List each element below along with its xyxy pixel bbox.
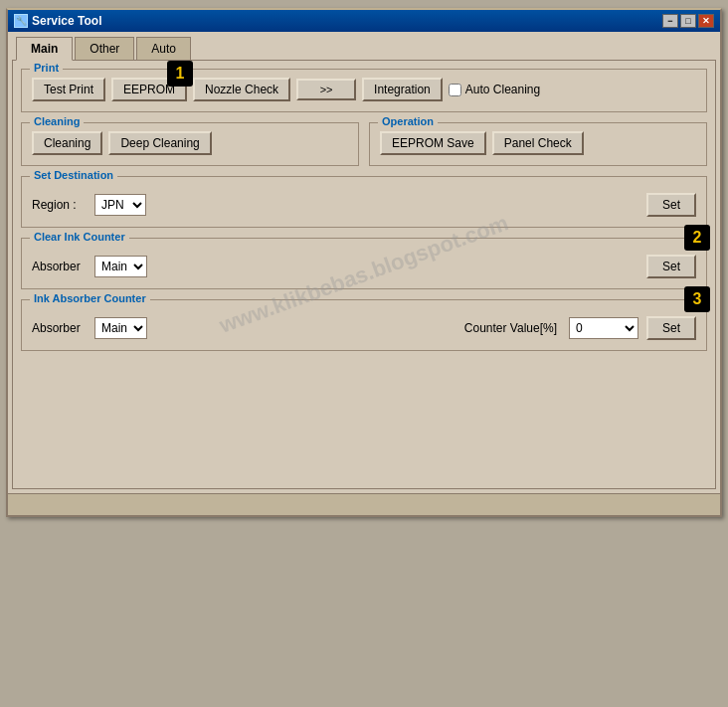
two-col-section: Cleaning Cleaning Deep Cleaning Operatio… <box>21 122 707 176</box>
clear-ink-counter-label: Clear Ink Counter <box>30 231 129 243</box>
cleaning-section: Cleaning Cleaning Deep Cleaning <box>21 122 359 166</box>
clear-ink-row: Absorber Main Sub Set <box>32 255 696 278</box>
region-select[interactable]: JPN USA EUR <box>94 194 146 216</box>
window-title: Service Tool <box>32 14 101 28</box>
empty-space <box>21 361 707 480</box>
counter-value-select[interactable]: 0 25 50 75 100 <box>569 317 638 339</box>
badge-2: 2 <box>684 225 710 251</box>
main-panel: www.klikbebas.blogspot.com 1 Print Test … <box>12 60 716 489</box>
print-section: Print Test Print EEPROM Nozzle Check >> … <box>21 69 707 112</box>
eeprom-save-button[interactable]: EEPROM Save <box>380 131 486 155</box>
print-section-label: Print <box>30 62 63 74</box>
cleaning-btn-row: Cleaning Deep Cleaning <box>32 131 348 155</box>
set-destination-label: Set Destination <box>30 169 117 181</box>
ink-absorber-label: Absorber <box>32 321 87 335</box>
bottom-bar <box>8 493 720 515</box>
tab-other[interactable]: Other <box>75 37 134 61</box>
title-buttons: − □ ✕ <box>662 14 714 28</box>
tab-auto[interactable]: Auto <box>136 37 191 61</box>
nozzle-check-button[interactable]: Nozzle Check <box>193 78 290 101</box>
ink-absorber-counter-label: Ink Absorber Counter <box>30 292 150 304</box>
set-destination-row: Region : JPN USA EUR Set <box>32 193 696 217</box>
title-bar: 🔧 Service Tool − □ ✕ <box>8 10 720 32</box>
tab-main[interactable]: Main <box>16 37 73 61</box>
clear-ink-counter-section: Clear Ink Counter 2 Absorber Main Sub Se… <box>21 238 707 289</box>
auto-cleaning-checkbox[interactable] <box>449 84 461 96</box>
maximize-button[interactable]: □ <box>680 14 696 28</box>
clear-ink-absorber-select[interactable]: Main Sub <box>94 256 147 277</box>
cleaning-section-label: Cleaning <box>30 115 84 127</box>
content-area: Main Other Auto www.klikbebas.blogspot.c… <box>8 32 720 493</box>
ink-absorber-row: Absorber Main Sub Counter Value[%] 0 25 … <box>32 316 696 340</box>
main-window: 🔧 Service Tool − □ ✕ Main Other Auto www… <box>6 8 722 517</box>
badge-1: 1 <box>167 61 193 87</box>
ink-absorber-counter-section: Ink Absorber Counter 3 Absorber Main Sub… <box>21 299 707 351</box>
arrow-button[interactable]: >> <box>296 79 356 100</box>
ink-absorber-set-button[interactable]: Set <box>646 316 696 340</box>
app-icon: 🔧 <box>14 14 28 28</box>
operation-btn-row: EEPROM Save Panel Check <box>380 131 696 155</box>
deep-cleaning-button[interactable]: Deep Cleaning <box>108 131 211 155</box>
tab-bar: Main Other Auto <box>12 36 716 60</box>
auto-cleaning-text: Auto Cleaning <box>465 83 540 96</box>
set-destination-section: Set Destination Region : JPN USA EUR Set <box>21 176 707 228</box>
integration-button[interactable]: Integration <box>362 78 443 101</box>
region-label: Region : <box>32 198 87 212</box>
auto-cleaning-label[interactable]: Auto Cleaning <box>449 83 540 96</box>
close-button[interactable]: ✕ <box>698 14 714 28</box>
cleaning-button[interactable]: Cleaning <box>32 131 102 155</box>
operation-section-label: Operation <box>378 115 438 127</box>
badge-3: 3 <box>684 286 710 312</box>
ink-absorber-select[interactable]: Main Sub <box>94 317 147 339</box>
counter-value-label: Counter Value[%] <box>464 321 557 335</box>
test-print-button[interactable]: Test Print <box>32 78 105 101</box>
operation-section: Operation EEPROM Save Panel Check <box>369 122 707 166</box>
clear-ink-set-button[interactable]: Set <box>646 255 696 278</box>
clear-ink-absorber-label: Absorber <box>32 260 87 273</box>
print-btn-row: Test Print EEPROM Nozzle Check >> Integr… <box>32 78 696 101</box>
set-destination-button[interactable]: Set <box>646 193 696 217</box>
minimize-button[interactable]: − <box>662 14 678 28</box>
title-bar-left: 🔧 Service Tool <box>14 14 101 28</box>
panel-check-button[interactable]: Panel Check <box>492 131 584 155</box>
